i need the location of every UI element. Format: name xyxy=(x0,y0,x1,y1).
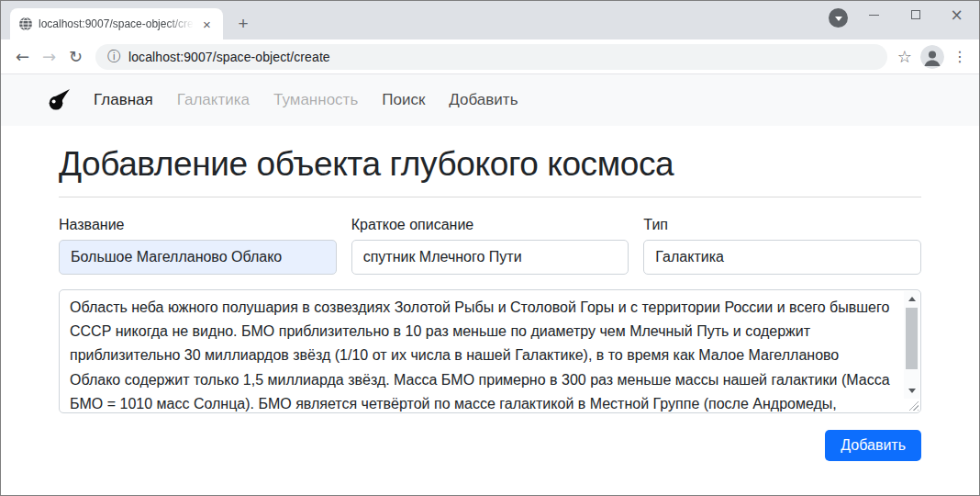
short-description-input[interactable] xyxy=(351,240,629,275)
nav-link-home[interactable]: Главная xyxy=(82,91,165,109)
globe-icon xyxy=(18,17,33,31)
scrollbar-thumb[interactable] xyxy=(906,308,918,369)
window-close-button[interactable]: × xyxy=(936,1,977,28)
description-textarea[interactable]: Область неба южного полушария в созвезди… xyxy=(60,290,920,412)
browser-menu-icon[interactable]: ⋮ xyxy=(952,48,967,65)
scroll-up-button[interactable] xyxy=(904,292,919,306)
nav-link-nebula[interactable]: Туманность xyxy=(262,91,370,109)
field-short-description: Краткое описание xyxy=(351,217,629,275)
minimize-icon xyxy=(869,15,879,16)
triangle-down-icon xyxy=(908,389,916,393)
browser-update-icon[interactable] xyxy=(829,8,848,28)
window-controls: × xyxy=(853,1,977,28)
chevron-down-icon xyxy=(835,17,842,21)
submit-button[interactable]: Добавить xyxy=(825,430,921,461)
description-textarea-wrap: Область неба южного полушария в созвезди… xyxy=(59,289,921,413)
browser-tab[interactable]: localhost:9007/space-object/crea × xyxy=(10,8,223,39)
type-input[interactable] xyxy=(643,240,921,275)
name-label: Название xyxy=(59,217,337,233)
new-tab-button[interactable]: + xyxy=(230,11,256,37)
site-navbar: Главная Галактика Туманность Поиск Добав… xyxy=(1,74,979,126)
minimize-button[interactable] xyxy=(853,1,895,28)
textarea-scrollbar[interactable] xyxy=(904,291,919,399)
scroll-down-button[interactable] xyxy=(904,384,919,398)
url-text: localhost:9007/space-object/create xyxy=(128,50,330,64)
form-fields-row: Название Краткое описание Тип xyxy=(59,217,921,275)
maximize-icon xyxy=(911,10,920,19)
name-input[interactable] xyxy=(59,240,337,275)
nav-link-galaxy[interactable]: Галактика xyxy=(165,91,262,109)
address-bar: ← → ↻ ⓘ localhost:9007/space-object/crea… xyxy=(1,39,979,74)
field-name: Название xyxy=(59,217,337,275)
triangle-up-icon xyxy=(908,297,916,301)
back-button[interactable]: ← xyxy=(9,47,36,66)
close-icon: × xyxy=(950,7,963,23)
reload-button[interactable]: ↻ xyxy=(62,47,89,66)
form-actions: Добавить xyxy=(59,430,921,461)
nav-link-add[interactable]: Добавить xyxy=(437,91,529,109)
tab-title: localhost:9007/space-object/crea xyxy=(39,17,194,30)
comet-logo-icon[interactable] xyxy=(47,87,72,113)
browser-window: localhost:9007/space-object/crea × + × ←… xyxy=(0,0,980,496)
maximize-button[interactable] xyxy=(895,1,936,28)
page-content: Добавление объекта глубокого космоса Наз… xyxy=(1,145,979,461)
page-title: Добавление объекта глубокого космоса xyxy=(59,145,921,184)
url-input[interactable]: ⓘ localhost:9007/space-object/create xyxy=(95,44,887,70)
tab-strip: localhost:9007/space-object/crea × + × xyxy=(1,1,979,39)
field-type: Тип xyxy=(643,217,921,275)
info-icon[interactable]: ⓘ xyxy=(107,49,120,65)
nav-link-search[interactable]: Поиск xyxy=(370,91,437,109)
bookmark-star-icon[interactable]: ☆ xyxy=(897,47,912,66)
divider xyxy=(59,197,921,197)
profile-avatar[interactable] xyxy=(920,45,944,69)
type-label: Тип xyxy=(643,217,921,233)
short-description-label: Краткое описание xyxy=(351,217,629,233)
forward-button[interactable]: → xyxy=(36,47,62,66)
tab-close-icon[interactable]: × xyxy=(199,17,215,32)
